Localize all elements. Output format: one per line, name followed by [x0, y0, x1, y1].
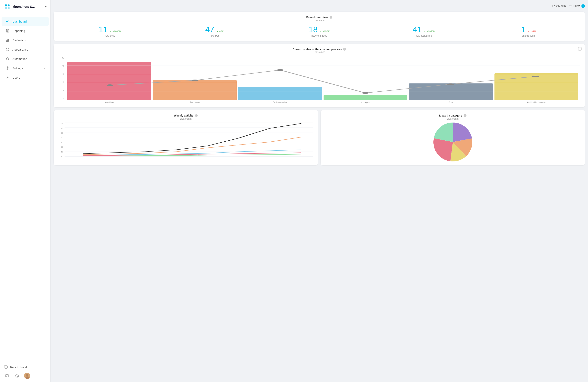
topbar: Last Month Filters 1: [54, 3, 585, 9]
x-label-business-review: Business review: [238, 101, 322, 104]
notes-icon[interactable]: [4, 373, 10, 379]
svg-rect-3: [8, 7, 10, 9]
x-label-archived: Archived for later use: [494, 101, 578, 104]
filters-label: Filters: [573, 4, 580, 8]
sidebar-footer: Back to board ?: [0, 362, 50, 382]
x-label-new-ideas: New ideas: [67, 101, 151, 104]
metric-value: 11: [99, 25, 108, 34]
bar-group-first-review: [153, 57, 236, 100]
sidebar-navigation: Dashboard Reporting: [0, 14, 50, 362]
palette-icon: [5, 47, 10, 52]
date-filter-label[interactable]: Last Month: [552, 4, 566, 8]
download-icon[interactable]: [578, 47, 582, 52]
bar-chart-wrapper: 25 20 15 10 5 0: [58, 57, 580, 104]
bar-archived: [494, 73, 578, 100]
info-icon: i: [195, 114, 198, 117]
pie-chart-svg: [433, 123, 472, 161]
svg-point-26: [26, 374, 28, 376]
weekly-activity-card: Weekly activity i Last month 45 40 35 30…: [54, 110, 318, 165]
svg-rect-9: [6, 41, 7, 42]
back-to-board-label: Back to board: [10, 366, 27, 369]
board-overview-card: Board overview i Last month 11 ▲ +1000% …: [54, 12, 585, 41]
bar-in-progress: [324, 95, 407, 100]
svg-text:?: ?: [17, 375, 18, 377]
weekly-chart-area: 45 40 35 30 25 20 15 10: [58, 123, 313, 158]
bar-business-review: [238, 87, 322, 100]
svg-point-16: [7, 67, 8, 69]
help-icon[interactable]: ?: [14, 373, 20, 379]
sidebar-item-users[interactable]: Users: [1, 73, 49, 82]
x-label-in-progress: In progress: [324, 101, 407, 104]
gear-icon: [5, 66, 10, 70]
clipboard-icon: [5, 29, 10, 33]
filter-count-badge: 1: [581, 4, 585, 8]
svg-rect-2: [5, 7, 7, 9]
metric-change: ▲ +157%: [320, 30, 330, 33]
sidebar-item-dashboard[interactable]: Dashboard: [1, 17, 49, 26]
metric-change: ▲ +1000%: [110, 30, 121, 33]
x-label-done: Done: [409, 101, 493, 104]
refresh-icon: [5, 57, 10, 61]
metric-new-ideas: 11 ▲ +1000% new ideas: [58, 25, 161, 37]
sidebar-item-evaluation[interactable]: Evaluation: [1, 36, 49, 44]
main-content: Last Month Filters 1 Board overview i La…: [51, 0, 588, 382]
sidebar-item-appearance[interactable]: Appearance: [1, 45, 49, 54]
back-to-board-button[interactable]: Back to board: [4, 365, 46, 370]
sidebar-item-automation[interactable]: Automation: [1, 54, 49, 63]
x-axis-labels: New ideas First review Business review I…: [65, 100, 580, 104]
ideation-chart-subtitle: 2022-05-05: [58, 51, 580, 54]
metric-value: 18: [309, 25, 318, 34]
chart-area: New ideas First review Business review I…: [65, 57, 580, 104]
filters-button[interactable]: Filters 1: [569, 4, 585, 8]
x-label-first-review: First review: [153, 101, 236, 104]
bottom-charts: Weekly activity i Last month 45 40 35 30…: [54, 110, 585, 165]
sidebar-item-label: Appearance: [12, 48, 28, 51]
metric-label: new comments: [268, 34, 371, 37]
chart-line-icon: [5, 19, 10, 23]
metric-value: 1: [521, 25, 526, 34]
bar-group-new-ideas: [67, 57, 151, 100]
metric-new-evaluations: 41 ▲ +1950% new evaluations: [372, 25, 475, 37]
sidebar-item-label: Reporting: [12, 29, 25, 32]
filter-icon: [569, 5, 572, 7]
metric-value: 47: [205, 25, 214, 34]
settings-chevron-icon: ▾: [44, 67, 45, 69]
svg-rect-1: [8, 4, 10, 6]
svg-rect-18: [4, 366, 7, 368]
weekly-chart-svg: [64, 123, 313, 158]
bar-group-in-progress: [324, 57, 407, 100]
svg-rect-0: [5, 4, 7, 6]
bar-group-done: [409, 57, 493, 100]
metric-label: unique users: [477, 34, 580, 37]
metrics-row: 11 ▲ +1000% new ideas 47 ▲ +7% new: [58, 25, 580, 37]
metric-new-likes: 47 ▲ +7% new likes: [163, 25, 266, 37]
svg-point-13: [7, 49, 7, 49]
sidebar-item-label: Dashboard: [12, 20, 27, 23]
info-icon: i: [343, 48, 346, 51]
brand-chevron-icon[interactable]: ▾: [45, 5, 46, 8]
user-icon: [5, 75, 10, 80]
brand-name: Moonshots &...: [12, 5, 43, 9]
svg-point-14: [8, 49, 8, 49]
bars-container: [65, 57, 580, 100]
bar-done: [409, 84, 493, 100]
metric-label: new ideas: [58, 34, 161, 37]
sidebar-item-reporting[interactable]: Reporting: [1, 26, 49, 35]
ideas-category-subtitle: Last month: [325, 117, 580, 120]
svg-rect-11: [8, 39, 9, 42]
metric-value: 41: [413, 25, 422, 34]
info-icon: i: [330, 16, 332, 19]
bar-chart-icon: [5, 38, 10, 42]
metric-change: ▲ +7%: [216, 30, 224, 33]
footer-icons: ?: [4, 373, 46, 379]
sidebar-item-label: Users: [12, 76, 20, 79]
app-logo: [4, 3, 10, 10]
ideas-by-category-card: Ideas by category i Last month: [321, 110, 585, 165]
board-overview-subtitle: Last month: [58, 19, 580, 22]
avatar[interactable]: [24, 373, 30, 379]
sidebar: Moonshots &... ▾ Dashboard: [0, 0, 51, 382]
metric-change: ▼ -83%: [528, 30, 536, 33]
weekly-activity-subtitle: Last month: [58, 117, 313, 120]
ideation-chart-title: Current status of the ideation process: [293, 48, 342, 51]
sidebar-item-settings[interactable]: Settings ▾: [1, 64, 49, 73]
